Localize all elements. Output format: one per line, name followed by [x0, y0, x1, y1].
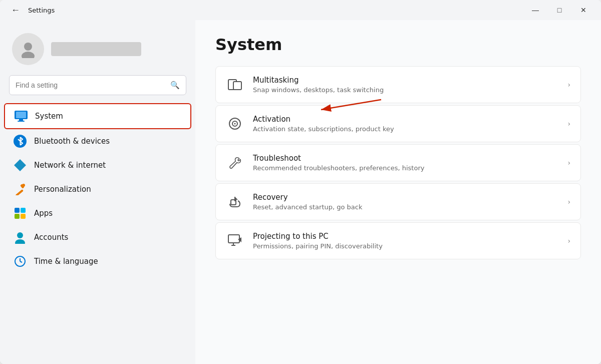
sidebar-item-time[interactable]: Time & language	[4, 249, 191, 273]
svg-point-25	[234, 123, 236, 125]
chevron-right-icon: ›	[567, 159, 570, 167]
settings-list: Multitasking Snap windows, desktops, tas…	[215, 66, 581, 259]
titlebar-title: Settings	[28, 7, 55, 14]
troubleshoot-desc: Recommended troubleshooters, preferences…	[253, 164, 558, 172]
svg-rect-20	[233, 82, 241, 90]
personalization-icon	[13, 182, 27, 196]
projecting-icon	[226, 232, 244, 250]
sidebar-item-label-time: Time & language	[34, 257, 98, 266]
projecting-title: Projecting to this PC	[253, 232, 558, 241]
time-icon	[13, 254, 27, 268]
main-content: 🔍 System	[0, 20, 601, 364]
setting-card-recovery[interactable]: Recovery Reset, advanced startup, go bac…	[215, 183, 581, 220]
recovery-icon	[226, 193, 244, 211]
sidebar-item-label-system: System	[35, 112, 63, 121]
network-icon	[13, 158, 27, 172]
sidebar-item-label-accounts: Accounts	[34, 233, 68, 242]
setting-card-troubleshoot[interactable]: Troubleshoot Recommended troubleshooters…	[215, 144, 581, 181]
maximize-button[interactable]: □	[548, 2, 571, 18]
chevron-right-icon: ›	[567, 81, 570, 89]
bluetooth-icon	[13, 134, 27, 148]
setting-card-projecting[interactable]: Projecting to this PC Permissions, pairi…	[215, 222, 581, 259]
search-input[interactable]	[16, 81, 166, 89]
svg-point-14	[17, 232, 23, 238]
user-name-placeholder	[51, 42, 141, 56]
multitasking-title: Multitasking	[253, 76, 558, 85]
system-icon	[14, 109, 28, 123]
projecting-text: Projecting to this PC Permissions, pairi…	[253, 232, 558, 250]
sidebar-item-label-personalization: Personalization	[34, 185, 91, 194]
setting-card-multitasking[interactable]: Multitasking Snap windows, desktops, tas…	[215, 66, 581, 103]
svg-point-1	[22, 52, 35, 58]
search-icon: 🔍	[170, 81, 180, 90]
sidebar-item-label-apps: Apps	[34, 209, 53, 218]
svg-rect-7	[16, 189, 24, 195]
sidebar-item-system[interactable]: System	[4, 103, 191, 129]
sidebar-item-label-network: Network & internet	[34, 161, 106, 170]
page-title: System	[215, 35, 581, 54]
sidebar: 🔍 System	[0, 20, 195, 364]
troubleshoot-title: Troubleshoot	[253, 154, 558, 163]
chevron-right-icon: ›	[567, 120, 570, 128]
close-button[interactable]: ✕	[572, 2, 595, 18]
svg-rect-13	[21, 214, 26, 219]
nav-list: System Bluetooth & devices	[0, 103, 195, 273]
projecting-desc: Permissions, pairing PIN, discoverabilit…	[253, 242, 558, 250]
wrench-icon	[226, 154, 244, 172]
setting-card-activation[interactable]: Activation Activation state, subscriptio…	[215, 105, 581, 142]
svg-rect-11	[21, 208, 26, 213]
titlebar: ← Settings — □ ✕	[0, 0, 601, 20]
sidebar-item-accounts[interactable]: Accounts	[4, 225, 191, 249]
settings-window: ← Settings — □ ✕	[0, 0, 601, 364]
recovery-text: Recovery Reset, advanced startup, go bac…	[253, 193, 558, 211]
chevron-right-icon: ›	[567, 198, 570, 206]
svg-rect-10	[15, 208, 20, 213]
svg-rect-3	[16, 112, 26, 118]
avatar	[12, 33, 44, 65]
troubleshoot-text: Troubleshoot Recommended troubleshooters…	[253, 154, 558, 172]
multitasking-icon	[226, 76, 244, 94]
search-container: 🔍	[0, 75, 195, 103]
svg-line-18	[20, 261, 22, 262]
svg-point-9	[22, 184, 25, 187]
activation-title: Activation	[253, 115, 558, 124]
activation-desc: Activation state, subscriptions, product…	[253, 125, 558, 133]
titlebar-left: ← Settings	[8, 3, 55, 18]
activation-icon	[226, 115, 244, 133]
minimize-button[interactable]: —	[524, 2, 547, 18]
sidebar-item-bluetooth[interactable]: Bluetooth & devices	[4, 129, 191, 153]
titlebar-controls: — □ ✕	[524, 2, 595, 18]
recovery-desc: Reset, advanced startup, go back	[253, 203, 558, 211]
svg-point-15	[15, 239, 25, 244]
multitasking-text: Multitasking Snap windows, desktops, tas…	[253, 76, 558, 94]
svg-rect-5	[18, 121, 25, 122]
svg-point-0	[24, 43, 32, 51]
back-button[interactable]: ←	[8, 3, 23, 18]
user-profile[interactable]	[0, 25, 195, 75]
chevron-right-icon: ›	[567, 237, 570, 245]
multitasking-desc: Snap windows, desktops, task switching	[253, 86, 558, 94]
svg-rect-28	[228, 235, 239, 243]
sidebar-item-apps[interactable]: Apps	[4, 201, 191, 225]
accounts-icon	[13, 230, 27, 244]
apps-icon	[13, 206, 27, 220]
search-box: 🔍	[9, 75, 186, 95]
svg-rect-12	[15, 214, 20, 219]
content-panel: System Multitasking Snap windows, deskto…	[195, 20, 601, 364]
recovery-title: Recovery	[253, 193, 558, 202]
svg-marker-6	[14, 159, 26, 171]
activation-text: Activation Activation state, subscriptio…	[253, 115, 558, 133]
sidebar-item-personalization[interactable]: Personalization	[4, 177, 191, 201]
sidebar-item-network[interactable]: Network & internet	[4, 153, 191, 177]
sidebar-item-label-bluetooth: Bluetooth & devices	[34, 137, 110, 146]
user-avatar-icon	[19, 40, 37, 58]
